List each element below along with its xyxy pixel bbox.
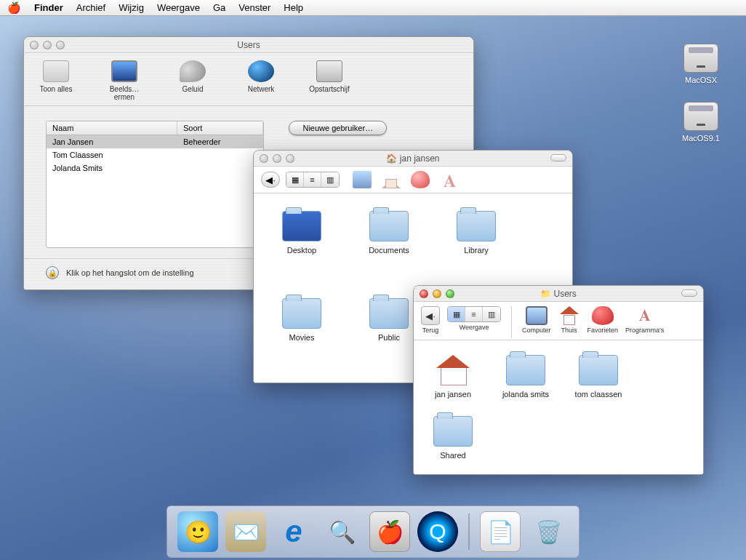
heart-icon bbox=[592, 306, 614, 325]
menu-help[interactable]: Help bbox=[284, 2, 303, 13]
minimize-button[interactable] bbox=[433, 289, 441, 298]
col-name[interactable]: Naam bbox=[47, 121, 177, 135]
toolbar-show-all[interactable]: Toon alles bbox=[34, 60, 78, 101]
dock-ie-icon[interactable]: e bbox=[273, 511, 314, 552]
toolbar-favorites[interactable]: Favorieten bbox=[587, 306, 619, 334]
view-switcher: ▦ ≡ ▥ bbox=[286, 172, 340, 188]
dock-mail-icon[interactable]: ✉️ bbox=[225, 511, 266, 552]
list-view-button[interactable]: ≡ bbox=[465, 307, 483, 321]
home-icon[interactable] bbox=[382, 171, 401, 188]
finder-toolbar: ◀· Terug ▦ ≡ ▥ Weergave Computer Thuis F… bbox=[414, 302, 703, 340]
display-icon bbox=[111, 60, 137, 82]
column-view-button[interactable]: ▥ bbox=[321, 172, 339, 187]
close-button[interactable] bbox=[260, 154, 268, 163]
menu-ga[interactable]: Ga bbox=[213, 2, 225, 13]
folder-tom-claassen[interactable]: tom claassen bbox=[572, 355, 625, 399]
toolbar-computer[interactable]: Computer bbox=[522, 306, 551, 334]
folder-icon bbox=[369, 298, 409, 329]
drive-label: MacOSX bbox=[672, 76, 730, 84]
window-controls bbox=[24, 41, 65, 49]
applications-icon[interactable]: 𝐀 bbox=[440, 171, 459, 188]
col-kind[interactable]: Soort bbox=[177, 121, 263, 135]
new-user-button[interactable]: Nieuwe gebruiker… bbox=[289, 121, 387, 135]
computer-icon[interactable] bbox=[353, 171, 372, 188]
folder-icon bbox=[579, 355, 618, 385]
toolbar-displays[interactable]: Beelds…ermen bbox=[103, 60, 146, 101]
lock-icon[interactable]: 🔒 bbox=[46, 266, 59, 279]
minimize-button[interactable] bbox=[273, 154, 281, 163]
dock: 🙂 ✉️ e 🔍 🍎 Q 📄 🗑️ bbox=[167, 505, 579, 558]
folder-library[interactable]: Library bbox=[450, 211, 502, 278]
close-button[interactable] bbox=[30, 41, 39, 49]
finder-body[interactable]: jan jansen jolanda smits tom claassen Sh… bbox=[414, 340, 703, 474]
apple-menu-icon[interactable]: 🍎 bbox=[7, 1, 21, 15]
icon-view-button[interactable]: ▦ bbox=[286, 172, 304, 187]
folder-shared[interactable]: Shared bbox=[427, 416, 479, 460]
menu-weergave[interactable]: Weergave bbox=[157, 2, 200, 13]
folder-jolanda-smits[interactable]: jolanda smits bbox=[500, 355, 552, 399]
folder-movies[interactable]: Movies bbox=[276, 298, 328, 365]
dock-sherlock-icon[interactable]: 🔍 bbox=[321, 511, 362, 552]
dock-finder-icon[interactable]: 🙂 bbox=[177, 511, 218, 552]
folder-desktop[interactable]: Desktop bbox=[276, 211, 328, 278]
speaker-icon bbox=[180, 60, 206, 82]
zoom-button[interactable] bbox=[286, 154, 294, 163]
disk-icon bbox=[316, 60, 342, 82]
window-title: 🏠 jan jansen bbox=[254, 153, 572, 164]
table-row[interactable]: Jolanda Smits bbox=[47, 161, 263, 175]
minimize-button[interactable] bbox=[43, 41, 52, 49]
menu-wijzig[interactable]: Wijzig bbox=[119, 2, 144, 13]
toolbar-toggle-button[interactable] bbox=[550, 154, 566, 161]
toolbar-network[interactable]: Netwerk bbox=[239, 60, 283, 101]
users-table: Naam Soort Jan Jansen Beheerder Tom Claa… bbox=[46, 121, 264, 248]
zoom-button[interactable] bbox=[56, 41, 65, 49]
titlebar[interactable]: 📁 Users bbox=[414, 286, 703, 302]
back-button[interactable]: ◀· bbox=[261, 172, 280, 188]
folder-public[interactable]: Public bbox=[363, 298, 415, 365]
globe-icon bbox=[248, 60, 274, 82]
window-controls bbox=[414, 289, 454, 298]
prefs-toolbar: Toon alles Beelds…ermen Geluid Netwerk O… bbox=[24, 53, 473, 106]
folder-icon bbox=[282, 298, 321, 329]
folder-jan-jansen[interactable]: jan jansen bbox=[427, 355, 479, 399]
toolbar-toggle-button[interactable] bbox=[681, 289, 697, 297]
table-row[interactable]: Tom Claassen bbox=[47, 148, 263, 161]
list-view-button[interactable]: ≡ bbox=[304, 172, 321, 187]
lock-text: Klik op het hangslot om de instelling bbox=[66, 268, 194, 277]
toolbar-applications[interactable]: 𝐀Programma's bbox=[625, 306, 664, 334]
icon-view-button[interactable]: ▦ bbox=[448, 307, 465, 321]
dock-sysprefs-icon[interactable]: 🍎 bbox=[369, 511, 410, 552]
app-menu[interactable]: Finder bbox=[34, 2, 63, 13]
table-row[interactable]: Jan Jansen Beheerder bbox=[47, 135, 263, 148]
window-title: 📁 Users bbox=[414, 289, 703, 299]
view-switcher[interactable]: ▦ ≡ ▥ Weergave bbox=[447, 306, 501, 331]
home-icon bbox=[558, 306, 580, 325]
dock-quicktime-icon[interactable]: Q bbox=[417, 511, 458, 552]
folder-icon bbox=[282, 211, 321, 241]
menu-archief[interactable]: Archief bbox=[76, 2, 105, 13]
menu-bar: 🍎 Finder Archief Wijzig Weergave Ga Vens… bbox=[0, 0, 746, 16]
dock-document-icon[interactable]: 📄 bbox=[480, 511, 521, 552]
folder-icon bbox=[433, 416, 473, 447]
desktop-drive-macos9[interactable]: MacOS9.1 bbox=[672, 102, 730, 143]
zoom-button[interactable] bbox=[446, 289, 454, 298]
dock-trash-icon[interactable]: 🗑️ bbox=[528, 511, 569, 552]
desktop-drive-macosx[interactable]: MacOSX bbox=[672, 44, 730, 84]
toolbar-separator bbox=[511, 306, 512, 338]
users-finder-window: 📁 Users ◀· Terug ▦ ≡ ▥ Weergave Computer… bbox=[413, 285, 704, 475]
window-controls bbox=[254, 154, 294, 163]
titlebar[interactable]: Users bbox=[24, 37, 473, 53]
toolbar-startup-disk[interactable]: Opstartschijf bbox=[308, 60, 351, 101]
toolbar-home[interactable]: Thuis bbox=[558, 306, 580, 334]
column-view-button[interactable]: ▥ bbox=[483, 307, 500, 321]
menu-venster[interactable]: Venster bbox=[238, 2, 270, 13]
folder-icon bbox=[506, 355, 545, 385]
table-empty-space bbox=[47, 175, 263, 247]
toolbar-sound[interactable]: Geluid bbox=[171, 60, 214, 101]
back-button[interactable]: ◀· Terug bbox=[421, 306, 440, 334]
folder-documents[interactable]: Documents bbox=[363, 211, 415, 278]
drive-icon bbox=[683, 102, 718, 131]
titlebar[interactable]: 🏠 jan jansen bbox=[254, 151, 572, 167]
close-button[interactable] bbox=[420, 289, 428, 298]
favorites-icon[interactable] bbox=[411, 171, 430, 188]
